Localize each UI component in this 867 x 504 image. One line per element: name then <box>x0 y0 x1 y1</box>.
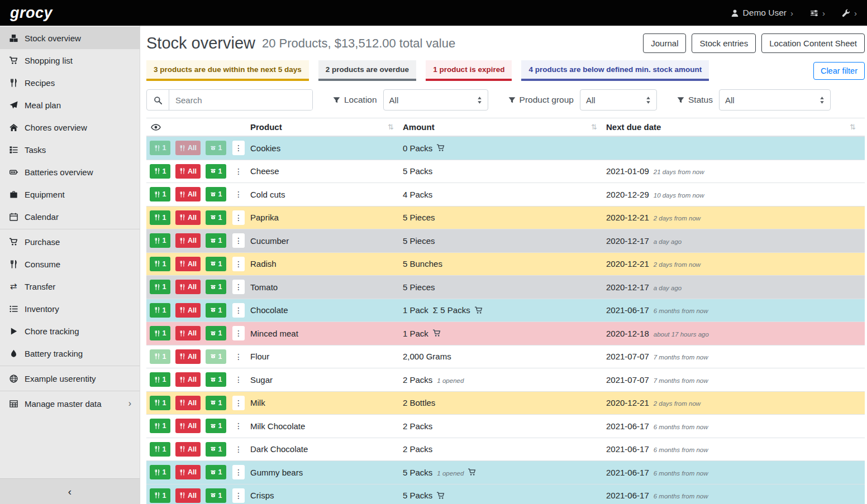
sort-icon[interactable]: ⇅ <box>591 123 597 131</box>
consume-one-button[interactable]: 1 <box>150 187 170 201</box>
row-menu-button[interactable]: ⋮ <box>232 187 245 201</box>
consume-one-button[interactable]: 1 <box>150 257 170 271</box>
sidebar-item-chores-overview[interactable]: Chores overview › <box>0 116 140 138</box>
sidebar-item-recipes[interactable]: Recipes › <box>0 71 140 94</box>
consume-one-button[interactable]: 1 <box>150 396 170 410</box>
row-menu-button[interactable]: ⋮ <box>232 280 245 294</box>
open-one-button[interactable]: 1 <box>206 141 226 155</box>
row-menu-button[interactable]: ⋮ <box>232 349 245 364</box>
sidebar-item-equipment[interactable]: Equipment › <box>0 183 140 205</box>
consume-all-button[interactable]: All <box>175 349 201 364</box>
sidebar-item-consume[interactable]: Consume › <box>0 253 140 275</box>
sidebar-item-battery-tracking[interactable]: Battery tracking › <box>0 342 140 364</box>
table-row-paprika[interactable]: 1 All 1 ⋮ Paprika 5 Pieces 2020-12-21 2 … <box>146 207 865 230</box>
open-one-button[interactable]: 1 <box>206 349 226 364</box>
consume-all-button[interactable]: All <box>175 419 201 433</box>
sidebar-collapse-button[interactable]: ‹ <box>0 478 140 504</box>
settings-menu[interactable]: › <box>810 8 825 18</box>
row-menu-button[interactable]: ⋮ <box>232 326 245 340</box>
consume-one-button[interactable]: 1 <box>150 488 170 503</box>
clear-filter-button[interactable]: Clear filter <box>813 62 865 80</box>
table-row-cold-cuts[interactable]: 1 All 1 ⋮ Cold cuts 4 Packs 2020-12-29 1… <box>146 183 865 207</box>
sidebar-item-transfer[interactable]: ⇄ Transfer › <box>0 275 140 297</box>
row-menu-button[interactable]: ⋮ <box>232 465 245 479</box>
consume-one-button[interactable]: 1 <box>150 442 170 457</box>
filter-select-location[interactable]: All <box>383 89 488 111</box>
consume-all-button[interactable]: All <box>175 280 201 294</box>
sidebar-item-purchase[interactable]: Purchase › <box>0 231 140 253</box>
row-menu-button[interactable]: ⋮ <box>232 419 245 433</box>
row-menu-button[interactable]: ⋮ <box>232 210 245 225</box>
open-one-button[interactable]: 1 <box>206 488 226 503</box>
consume-one-button[interactable]: 1 <box>150 233 170 248</box>
consume-one-button[interactable]: 1 <box>150 280 170 294</box>
table-row-dark-chocolate[interactable]: 1 All 1 ⋮ Dark Chocolate 2 Packs 2021-06… <box>146 438 865 462</box>
row-menu-button[interactable]: ⋮ <box>232 257 245 271</box>
table-row-chocolate[interactable]: 1 All 1 ⋮ Chocolate 1 Pack Σ 5 Packs 202… <box>146 299 865 323</box>
table-row-cookies[interactable]: 1 All 1 ⋮ Cookies 0 Packs <box>146 137 865 160</box>
consume-one-button[interactable]: 1 <box>150 164 170 179</box>
sidebar-item-chore-tracking[interactable]: Chore tracking › <box>0 320 140 342</box>
table-row-sugar[interactable]: 1 All 1 ⋮ Sugar 2 Packs 1 opened 2021-07… <box>146 368 865 392</box>
user-menu[interactable]: Demo User › <box>731 8 793 18</box>
cart-icon[interactable] <box>437 144 445 152</box>
open-one-button[interactable]: 1 <box>206 465 226 479</box>
consume-all-button[interactable]: All <box>175 187 201 201</box>
consume-all-button[interactable]: All <box>175 396 201 410</box>
stock-entries-button[interactable]: Stock entries <box>692 33 756 53</box>
open-one-button[interactable]: 1 <box>206 419 226 433</box>
filter-select-product-group[interactable]: All <box>580 89 657 111</box>
table-row-crisps[interactable]: 1 All 1 ⋮ Crisps 5 Packs 2021-06-17 6 mo… <box>146 484 865 504</box>
open-one-button[interactable]: 1 <box>206 233 226 248</box>
table-row-cucumber[interactable]: 1 All 1 ⋮ Cucumber 5 Pieces 2020-12-17 a… <box>146 229 865 253</box>
open-one-button[interactable]: 1 <box>206 257 226 271</box>
table-row-tomato[interactable]: 1 All 1 ⋮ Tomato 5 Pieces 2020-12-17 a d… <box>146 276 865 299</box>
status-banner[interactable]: 2 products are overdue <box>318 60 416 81</box>
table-row-cheese[interactable]: 1 All 1 ⋮ Cheese 5 Packs 2021-01-09 21 d… <box>146 160 865 184</box>
location-content-sheet-button[interactable]: Location Content Sheet <box>761 33 865 53</box>
search-input[interactable] <box>169 90 312 110</box>
consume-one-button[interactable]: 1 <box>150 465 170 479</box>
table-row-gummy-bears[interactable]: 1 All 1 ⋮ Gummy bears 5 Packs 1 opened 2… <box>146 461 865 484</box>
consume-one-button[interactable]: 1 <box>150 303 170 318</box>
app-logo[interactable]: grocy <box>10 4 53 22</box>
sidebar-item-meal-plan[interactable]: Meal plan › <box>0 94 140 116</box>
eye-icon[interactable] <box>146 124 250 131</box>
row-menu-button[interactable]: ⋮ <box>232 442 245 457</box>
sidebar-item-example-userentity[interactable]: Example userentity › <box>0 367 140 390</box>
open-one-button[interactable]: 1 <box>206 303 226 318</box>
journal-button[interactable]: Journal <box>643 33 686 53</box>
status-banner[interactable]: 1 product is expired <box>426 60 512 81</box>
row-menu-button[interactable]: ⋮ <box>232 396 245 410</box>
cart-icon[interactable] <box>475 306 483 314</box>
sidebar-item-tasks[interactable]: Tasks › <box>0 138 140 161</box>
sidebar-item-calendar[interactable]: Calendar › <box>0 205 140 228</box>
open-one-button[interactable]: 1 <box>206 442 226 457</box>
consume-one-button[interactable]: 1 <box>150 210 170 225</box>
row-menu-button[interactable]: ⋮ <box>232 141 245 155</box>
consume-all-button[interactable]: All <box>175 465 201 479</box>
consume-one-button[interactable]: 1 <box>150 419 170 433</box>
cart-icon[interactable] <box>468 468 476 476</box>
cart-icon[interactable] <box>433 329 441 337</box>
sort-icon[interactable]: ⇅ <box>850 123 856 131</box>
row-menu-button[interactable]: ⋮ <box>232 303 245 318</box>
table-row-flour[interactable]: 1 All 1 ⋮ Flour 2,000 Grams 2021-07-07 7… <box>146 345 865 369</box>
sidebar-item-stock-overview[interactable]: Stock overview › <box>0 27 140 49</box>
filter-select-status[interactable]: All <box>719 89 831 111</box>
row-menu-button[interactable]: ⋮ <box>232 233 245 248</box>
sidebar-item-inventory[interactable]: Inventory › <box>0 297 140 320</box>
open-one-button[interactable]: 1 <box>206 187 226 201</box>
sidebar-item-batteries-overview[interactable]: Batteries overview › <box>0 161 140 183</box>
consume-all-button[interactable]: All <box>175 257 201 271</box>
admin-menu[interactable]: › <box>842 8 857 18</box>
consume-one-button[interactable]: 1 <box>150 372 170 387</box>
row-menu-button[interactable]: ⋮ <box>232 488 245 503</box>
table-row-radish[interactable]: 1 All 1 ⋮ Radish 5 Bunches 2020-12-21 2 … <box>146 253 865 276</box>
table-row-milk-chocolate[interactable]: 1 All 1 ⋮ Milk Chocolate 2 Packs 2021-06… <box>146 415 865 438</box>
consume-one-button[interactable]: 1 <box>150 326 170 340</box>
consume-one-button[interactable]: 1 <box>150 141 170 155</box>
open-one-button[interactable]: 1 <box>206 210 226 225</box>
status-banner[interactable]: 3 products are due within the next 5 day… <box>146 60 309 81</box>
consume-all-button[interactable]: All <box>175 164 201 179</box>
